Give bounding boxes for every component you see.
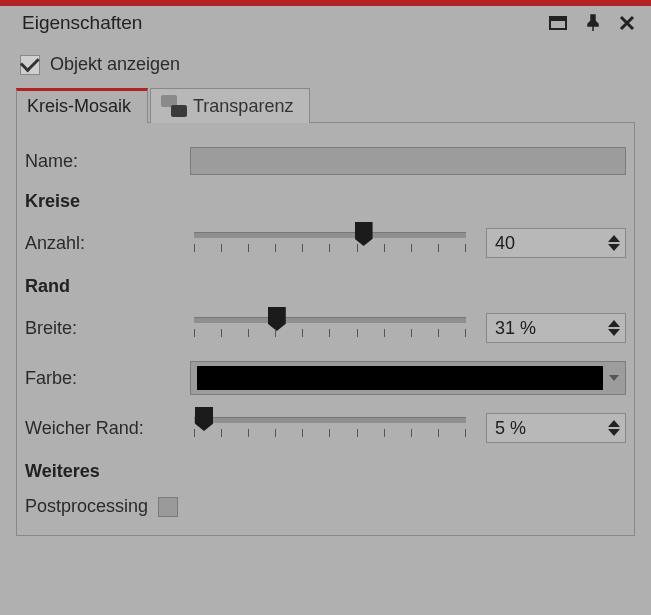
- tab-kreis-mosaik[interactable]: Kreis-Mosaik: [16, 88, 148, 123]
- width-value: 31 %: [487, 318, 603, 339]
- tab-label: Transparenz: [193, 96, 293, 117]
- spin-down-icon[interactable]: [608, 329, 620, 336]
- tab-bar: Kreis-Mosaik Transparenz: [16, 87, 635, 123]
- panel-title: Eigenschaften: [22, 12, 142, 34]
- window-float-icon[interactable]: [549, 16, 567, 30]
- close-icon[interactable]: [619, 15, 635, 31]
- svg-rect-1: [550, 17, 566, 21]
- spin-up-icon[interactable]: [608, 320, 620, 327]
- postprocessing-label: Postprocessing: [25, 496, 148, 517]
- tab-transparenz[interactable]: Transparenz: [150, 88, 310, 123]
- spin-down-icon[interactable]: [608, 429, 620, 436]
- count-spinner[interactable]: 40: [486, 228, 626, 258]
- section-more: Weiteres: [25, 453, 626, 488]
- width-label: Breite:: [25, 318, 190, 339]
- soft-edge-slider[interactable]: [190, 411, 470, 445]
- count-value: 40: [487, 233, 603, 254]
- chevron-down-icon[interactable]: [609, 375, 619, 381]
- width-slider[interactable]: [190, 311, 470, 345]
- pin-icon[interactable]: [585, 14, 601, 32]
- count-slider[interactable]: [190, 226, 470, 260]
- section-circles: Kreise: [25, 183, 626, 218]
- soft-edge-label: Weicher Rand:: [25, 418, 190, 439]
- spin-up-icon[interactable]: [608, 420, 620, 427]
- show-object-checkbox[interactable]: [20, 55, 40, 75]
- soft-edge-value: 5 %: [487, 418, 603, 439]
- section-border: Rand: [25, 268, 626, 303]
- name-label: Name:: [25, 151, 190, 172]
- color-picker[interactable]: [190, 361, 626, 395]
- spin-down-icon[interactable]: [608, 244, 620, 251]
- show-object-label: Objekt anzeigen: [50, 54, 180, 75]
- postprocessing-checkbox[interactable]: [158, 497, 178, 517]
- tab-label: Kreis-Mosaik: [27, 96, 131, 117]
- soft-edge-spinner[interactable]: 5 %: [486, 413, 626, 443]
- width-spinner[interactable]: 31 %: [486, 313, 626, 343]
- name-input[interactable]: [190, 147, 626, 175]
- color-swatch: [197, 366, 603, 390]
- transparency-icon: [161, 95, 187, 117]
- color-label: Farbe:: [25, 368, 190, 389]
- spin-up-icon[interactable]: [608, 235, 620, 242]
- count-label: Anzahl:: [25, 233, 190, 254]
